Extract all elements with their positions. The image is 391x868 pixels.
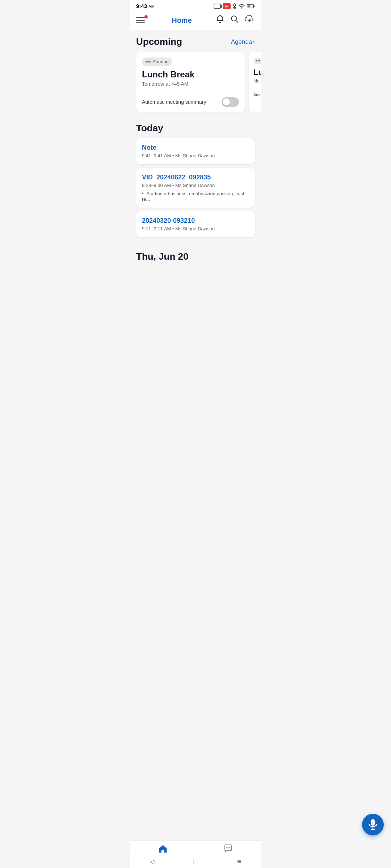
today-title: Today <box>136 123 255 134</box>
note-card-2-bullet: • Starting a business, emphasizing passi… <box>142 191 249 202</box>
recording-indicator: ▶ <box>223 3 231 9</box>
toggle-thumb-1 <box>223 98 230 106</box>
note-card-3[interactable]: 20240320-093210 9:11–9:11 AM • Ms Shane … <box>136 211 255 237</box>
search-icon <box>230 15 239 24</box>
note-card-1-meta: 9:41–9:41 AM • Ms Shane Dawson <box>142 153 249 158</box>
note-card-2-meta: 9:29–9:30 AM • Ms Shane Dawson <box>142 183 249 188</box>
menu-notification-dot <box>144 15 148 18</box>
video-cam-icon <box>214 4 221 9</box>
bell-icon <box>216 15 224 24</box>
share-icon <box>146 60 151 64</box>
thu-title: Thu, Jun 20 <box>136 251 255 262</box>
cloud-upload-icon <box>245 15 255 24</box>
auto-summary-toggle-1[interactable] <box>222 97 239 107</box>
note-card-2[interactable]: VID_20240622_092835 9:29–9:30 AM • Ms Sh… <box>136 168 255 208</box>
upcoming-cards-scroll[interactable]: Sharing Lunch Break Tomorrow at 4–5 AM A… <box>130 52 261 115</box>
upcoming-card-2-partial[interactable]: Sho Lunc Mon, J Autom <box>249 52 261 112</box>
note-card-1-title: Note <box>142 144 249 152</box>
upload-button[interactable] <box>245 15 255 26</box>
menu-button[interactable] <box>136 14 148 26</box>
today-section: Today Note 9:41–9:41 AM • Ms Shane Dawso… <box>130 115 261 244</box>
search-button[interactable] <box>230 15 239 26</box>
partial-card-footer: Autom <box>253 93 261 97</box>
menu-line-2 <box>136 20 145 21</box>
svg-point-9 <box>257 60 258 61</box>
card-1-divider <box>142 92 239 92</box>
upcoming-title: Upcoming <box>136 36 182 47</box>
thu-section: Thu, Jun 20 <box>130 244 261 269</box>
sharing-badge-2: Sho <box>253 58 261 64</box>
notification-button[interactable] <box>216 15 224 26</box>
sharing-badge-1: Sharing <box>142 58 172 66</box>
note-card-2-title: VID_20240622_092835 <box>142 174 249 181</box>
wifi-icon <box>239 4 245 9</box>
upcoming-section-header: Upcoming Agenda › <box>130 36 261 52</box>
card-1-footer: Automatic meeting summary <box>142 97 239 107</box>
share-icon-2 <box>256 59 260 63</box>
main-content: Upcoming Agenda › Sharing Lunch Break To… <box>130 30 261 319</box>
status-icons: ▶ <box>214 3 255 9</box>
battery-icon <box>247 4 255 8</box>
card-1-title: Lunch Break <box>142 69 239 80</box>
status-bar: 9:43 AM ▶ <box>130 0 261 11</box>
partial-card-title: Lunc <box>253 68 261 77</box>
card-1-subtitle: Tomorrow at 4–5 AM <box>142 81 239 87</box>
svg-point-8 <box>256 60 257 61</box>
status-time: 9:43 AM <box>136 3 155 9</box>
menu-line-3 <box>136 22 145 23</box>
note-card-1[interactable]: Note 9:41–9:41 AM • Ms Shane Dawson <box>136 138 255 164</box>
note-card-3-title: 20240320-093210 <box>142 217 249 225</box>
partial-card-meta: Mon, J <box>253 78 261 84</box>
upcoming-card-1[interactable]: Sharing Lunch Break Tomorrow at 4–5 AM A… <box>136 52 245 112</box>
svg-rect-1 <box>253 5 255 7</box>
bottom-spacer <box>130 269 261 313</box>
svg-line-4 <box>236 21 238 23</box>
card-1-footer-label: Automatic meeting summary <box>142 99 206 105</box>
svg-point-7 <box>149 61 151 63</box>
bluetooth-icon <box>232 3 237 9</box>
svg-point-10 <box>259 60 260 61</box>
page-title: Home <box>172 16 192 25</box>
note-card-3-meta: 9:11–9:11 AM • Ms Shane Dawson <box>142 226 249 231</box>
svg-point-5 <box>146 61 147 63</box>
agenda-link[interactable]: Agenda › <box>231 38 255 46</box>
toggle-track-1 <box>222 97 239 107</box>
svg-point-6 <box>147 61 149 63</box>
menu-line-1 <box>136 17 145 18</box>
header-actions <box>216 15 255 26</box>
header: Home <box>130 11 261 30</box>
